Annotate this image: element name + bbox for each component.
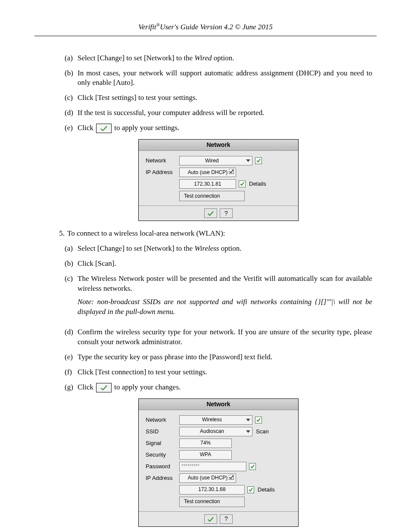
label-network: Network <box>146 157 179 165</box>
checkmark-icon <box>100 385 108 391</box>
chevron-down-icon <box>245 158 251 164</box>
step-marker: (d) <box>65 327 78 347</box>
step-marker: (e) <box>65 123 78 133</box>
step-marker: (c) <box>65 274 78 322</box>
dropdown-value: Wireless <box>202 416 222 423</box>
step-marker: (b) <box>65 68 78 88</box>
checkmark-icon <box>207 211 214 216</box>
step-body: If the test is successful, your computer… <box>78 108 372 118</box>
dialog-help-button[interactable]: ? <box>220 514 233 524</box>
text: option. <box>212 54 234 62</box>
ip-confirm-check[interactable] <box>247 486 254 493</box>
step-body: Click to apply your changes. <box>78 383 372 392</box>
checkmark-icon <box>100 125 108 131</box>
checkmark-icon <box>207 516 214 522</box>
help-icon: ? <box>224 515 228 523</box>
apply-button-inline[interactable] <box>96 124 112 133</box>
text: Select [Change] to set [Network] to the <box>78 244 194 252</box>
step-body: In most cases, your network will support… <box>78 68 372 88</box>
label-signal: Signal <box>146 439 179 447</box>
step-body: Click to apply your settings. <box>78 123 372 133</box>
step-marker: (a) <box>65 244 78 254</box>
svg-marker-3 <box>246 430 250 433</box>
network-dialog-wired: Network Network Wired IP Address Auto (u… <box>138 139 299 221</box>
svg-marker-0 <box>246 159 250 162</box>
text: option. <box>219 244 241 252</box>
button-label: Test connection <box>184 498 220 505</box>
step-body: Click [Test connection] to test your set… <box>78 367 372 377</box>
network-confirm-check[interactable] <box>255 157 262 164</box>
network-dropdown[interactable]: Wired <box>179 156 252 165</box>
network-dropdown[interactable]: Wireless <box>179 415 252 425</box>
step-marker: (b) <box>65 259 78 269</box>
text-italic: Wired <box>194 54 212 62</box>
step-body: The Wireless Network poster will be pres… <box>78 274 372 322</box>
ip-value-field: 172.30.1.81 <box>179 179 236 189</box>
chevron-down-icon <box>245 417 251 423</box>
network-dialog-wireless: Network Network Wireless SSID Audioscan <box>138 398 299 527</box>
field-value: 172.30.1.81 <box>194 180 221 187</box>
network-confirm-check[interactable] <box>255 417 262 423</box>
password-field[interactable]: ********* <box>179 462 246 471</box>
help-icon: ? <box>224 209 228 218</box>
header-product: Verifit <box>138 23 156 31</box>
details-label[interactable]: Details <box>249 180 266 188</box>
text: Select [Change] to set [Network] to the <box>78 54 194 62</box>
step-body: Type the security key or pass phrase int… <box>78 352 372 362</box>
step-marker: (d) <box>65 108 78 118</box>
apply-button-inline[interactable] <box>96 383 112 392</box>
test-connection-button[interactable]: Test connection <box>179 191 245 201</box>
num-marker: 5. <box>52 229 67 239</box>
header-reg: ® <box>156 22 160 27</box>
num-body: To connect to a wireless local-area netw… <box>67 229 372 239</box>
ipaddress-mode[interactable]: Auto (use DHCP) <box>179 473 236 483</box>
dialog-help-button[interactable]: ? <box>220 208 233 218</box>
note-text: Note: non-broadcast SSIDs are not suppor… <box>78 297 372 317</box>
ssid-dropdown[interactable]: Audioscan <box>179 427 252 436</box>
password-confirm-check[interactable] <box>249 463 256 470</box>
ip-value-field: 172.30.1.68 <box>179 485 245 495</box>
security-field: WPA <box>179 450 232 460</box>
dialog-title: Network <box>139 399 298 410</box>
step-marker: (c) <box>65 93 78 103</box>
dialog-apply-button[interactable] <box>204 208 217 218</box>
text: to apply your settings. <box>112 124 179 132</box>
dhcp-checkbox[interactable] <box>229 169 234 176</box>
field-value: 74% <box>200 439 211 446</box>
header-rest: User's Guide Version 4.2 © June 2015 <box>160 23 273 31</box>
dialog-apply-button[interactable] <box>204 514 217 524</box>
step-marker: (g) <box>65 383 78 392</box>
ip-confirm-check[interactable] <box>239 180 246 187</box>
step-body: Click [Scan]. <box>78 259 372 269</box>
label-password: Password <box>146 463 179 470</box>
details-label[interactable]: Details <box>258 486 275 494</box>
label-network: Network <box>146 416 179 424</box>
label-security: Security <box>146 451 179 459</box>
chevron-down-icon <box>245 429 251 435</box>
button-label: Test connection <box>184 193 220 199</box>
text: Click <box>78 383 95 391</box>
step-body: Select [Change] to set [Network] to the … <box>78 244 372 254</box>
test-connection-button[interactable]: Test connection <box>179 497 245 507</box>
field-value: 172.30.1.68 <box>198 486 225 493</box>
text: The Wireless Network poster will be pres… <box>78 274 372 294</box>
field-value: Auto (use DHCP) <box>188 169 228 176</box>
step-marker: (e) <box>65 352 78 362</box>
text-italic: Wireless <box>194 244 219 252</box>
dhcp-checkbox[interactable] <box>229 474 234 481</box>
label-ipaddress: IP Address <box>146 168 179 176</box>
label-ipaddress: IP Address <box>146 474 179 482</box>
field-value: ********* <box>181 463 199 470</box>
text: Click <box>78 124 95 132</box>
step-body: Select [Change] to set [Network] to the … <box>78 53 372 63</box>
step-body: Click [Test settings] to test your setti… <box>78 93 372 103</box>
step-marker: (f) <box>65 367 78 377</box>
ipaddress-mode[interactable]: Auto (use DHCP) <box>179 168 236 177</box>
dropdown-value: Wired <box>205 157 218 164</box>
svg-marker-2 <box>246 419 250 421</box>
dialog-title: Network <box>139 140 298 151</box>
scan-label[interactable]: Scan <box>256 428 269 436</box>
signal-field: 74% <box>179 439 232 448</box>
text: to apply your changes. <box>112 383 181 391</box>
label-ssid: SSID <box>146 428 179 436</box>
